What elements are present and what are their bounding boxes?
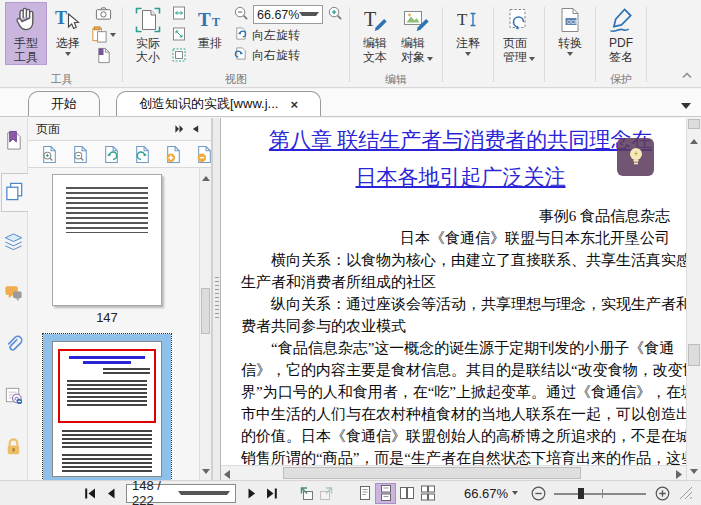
- pdf-sign-label: PDF 签名: [609, 36, 633, 64]
- splitter-grip-icon: [215, 277, 219, 321]
- thumbnail-page-147[interactable]: [52, 174, 162, 306]
- rotate-left-button[interactable]: 向左旋转: [231, 25, 345, 45]
- tab-document[interactable]: 创造知识的实践[www.j... ×: [116, 91, 321, 116]
- zoom-slider-track[interactable]: [554, 493, 646, 495]
- reflow-label: 重排: [198, 36, 222, 50]
- scrollbar-split-box[interactable]: [688, 119, 700, 129]
- page-management-button[interactable]: 页面 管理: [498, 2, 540, 65]
- previous-view-button[interactable]: [296, 483, 316, 503]
- zoom-slider-tick: [602, 489, 603, 498]
- zoom-in-button[interactable]: [325, 5, 345, 25]
- continuous-facing-view-button[interactable]: [417, 483, 438, 504]
- signatures-panel-button[interactable]: [0, 378, 27, 417]
- view-group-label: 视图: [225, 72, 247, 87]
- horizontal-scrollbar-thumb[interactable]: [283, 467, 581, 479]
- chapter-title-line1: 第八章 联结生产者与消费者的共同理念在: [241, 122, 680, 159]
- scroll-up-arrow-icon[interactable]: [202, 170, 210, 184]
- first-page-button[interactable]: [80, 483, 100, 503]
- pages-icon: [4, 181, 25, 205]
- continuous-view-button[interactable]: [375, 483, 396, 504]
- next-page-button[interactable]: [242, 483, 262, 503]
- comments-panel-button[interactable]: [0, 276, 27, 315]
- document-view[interactable]: 第八章 联结生产者与消费者的共同理念在 日本各地引起广泛关注 事例6 食品信息杂…: [221, 118, 686, 480]
- window-resize-grip[interactable]: [676, 483, 696, 503]
- thumbnail-zoom-in-button[interactable]: [40, 145, 59, 164]
- rotate-page-left-button[interactable]: [102, 145, 121, 164]
- doc-text-line: 纵向关系：通过座谈会等活动，共享理想与理念，实现生产者和消: [241, 293, 680, 315]
- thumbnail-list: 147: [28, 168, 211, 480]
- attachments-panel-button[interactable]: [0, 327, 27, 366]
- comment-button[interactable]: T 注释: [447, 2, 489, 60]
- collapse-ribbon-button[interactable]: [681, 68, 693, 82]
- camera-icon: [95, 5, 112, 25]
- layers-panel-button[interactable]: [0, 224, 27, 263]
- select-tool-button[interactable]: T 选择: [47, 2, 89, 60]
- lock-icon: [3, 436, 24, 460]
- panel-collapse-button[interactable]: [187, 121, 203, 137]
- edit-object-button[interactable]: 编辑 对象: [396, 2, 438, 65]
- zoom-slider-thumb[interactable]: [578, 488, 584, 499]
- thumbnail-page-148-selected[interactable]: [43, 334, 171, 480]
- pages-panel-button[interactable]: [1, 173, 28, 212]
- facing-view-icon: [399, 485, 415, 501]
- snapshot-button[interactable]: [89, 5, 118, 24]
- scroll-up-arrow-icon[interactable]: [690, 133, 698, 147]
- vertical-scrollbar-thumb[interactable]: [688, 344, 700, 366]
- zoom-slider[interactable]: [554, 486, 646, 500]
- fit-visible-button[interactable]: [169, 47, 189, 66]
- scroll-right-arrow-icon[interactable]: [676, 468, 682, 480]
- convert-button[interactable]: OCR 转换: [549, 2, 591, 60]
- zoom-level-combobox[interactable]: 66.67%: [253, 5, 323, 24]
- edit-text-button[interactable]: T 编辑 文本: [354, 2, 396, 65]
- page-zoom-in-icon: [40, 145, 59, 164]
- tab-overflow-button[interactable]: [681, 98, 691, 112]
- last-page-button[interactable]: [262, 483, 282, 503]
- reflow-button[interactable]: TT 重排: [189, 2, 231, 51]
- paste-page-button[interactable]: [89, 47, 118, 66]
- page-rotate-left-icon: [102, 145, 121, 164]
- status-zoom-caret-icon[interactable]: [512, 491, 518, 495]
- page-options-button[interactable]: [195, 145, 211, 164]
- thumbnail-scrollbar[interactable]: [199, 168, 211, 480]
- assistant-tip-button[interactable]: [617, 138, 654, 176]
- status-zoom-in-button[interactable]: [652, 483, 672, 503]
- vertical-scrollbar[interactable]: [686, 118, 701, 480]
- status-zoom-out-button[interactable]: [528, 483, 548, 503]
- panel-splitter[interactable]: [212, 118, 221, 480]
- chevron-up-icon: [681, 71, 693, 79]
- panel-expand-button[interactable]: [171, 121, 187, 137]
- thumbnail-147-content: [66, 187, 148, 233]
- tab-close-button[interactable]: ×: [290, 98, 298, 111]
- speech-bubbles-icon: [3, 283, 24, 307]
- zoom-out-button[interactable]: [231, 5, 251, 25]
- ribbon-group-edit: T 编辑 文本 编辑 对象 编辑: [351, 2, 441, 87]
- insert-page-button[interactable]: [164, 145, 183, 164]
- tab-start[interactable]: 开始: [28, 91, 100, 116]
- clipboard-button[interactable]: [89, 26, 118, 45]
- actual-size-button[interactable]: 实际 大小: [127, 2, 169, 65]
- single-page-view-button[interactable]: [354, 483, 375, 504]
- next-view-button[interactable]: [316, 483, 336, 503]
- rotate-page-right-button[interactable]: [133, 145, 152, 164]
- pdf-sign-button[interactable]: PDF 签名: [600, 2, 642, 65]
- scroll-down-arrow-icon[interactable]: [202, 464, 210, 478]
- hand-tool-button[interactable]: 手型 工具: [5, 2, 47, 65]
- ribbon-group-convert: OCR 转换: [546, 2, 594, 87]
- rotate-right-button[interactable]: 向右旋转: [231, 45, 345, 65]
- svg-text:T: T: [364, 8, 376, 30]
- select-tool-label: 选择: [56, 36, 80, 50]
- page-number-input[interactable]: 148 / 222: [126, 484, 236, 503]
- layers-icon: [3, 232, 24, 256]
- security-panel-button[interactable]: [0, 429, 27, 468]
- thumbnail-zoom-out-button[interactable]: [71, 145, 90, 164]
- previous-page-button[interactable]: [100, 483, 120, 503]
- scroll-left-arrow-icon[interactable]: [224, 468, 230, 480]
- scroll-down-arrow-icon[interactable]: [690, 464, 698, 478]
- thumbnail-scrollbar-thumb[interactable]: [201, 288, 210, 334]
- fit-width-button[interactable]: [169, 5, 189, 24]
- horizontal-scrollbar[interactable]: [221, 465, 686, 480]
- facing-view-button[interactable]: [396, 483, 417, 504]
- bookmarks-panel-button[interactable]: [0, 122, 27, 161]
- fit-page-button[interactable]: [169, 26, 189, 45]
- clipboard-icon: [91, 26, 108, 46]
